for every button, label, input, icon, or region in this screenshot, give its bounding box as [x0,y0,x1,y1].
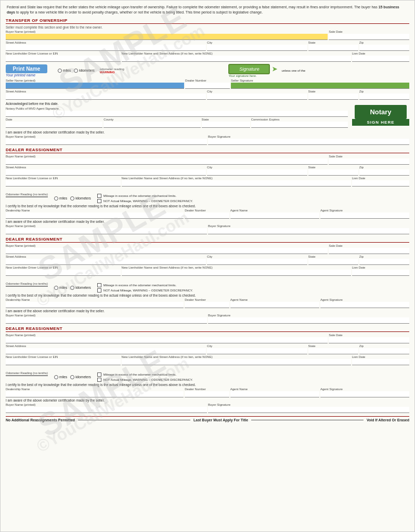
dealer2-dealership-input[interactable] [6,302,184,308]
dealer2-km-radio[interactable] [70,286,74,290]
street-address-input[interactable] [6,45,206,51]
signature-button[interactable]: Signature [228,64,270,74]
county-input[interactable] [103,122,200,128]
notary-sig-input[interactable] [6,111,348,117]
dealer2-lien-name-input[interactable] [122,270,351,276]
state-input[interactable] [308,45,358,51]
dealer2-agent-sig-input[interactable] [320,302,409,308]
dealer3-excess-checkbox[interactable] [97,373,101,377]
lienholder-dl-input[interactable] [6,56,121,62]
buyer-name2-input[interactable] [6,139,207,145]
state-label: State [308,41,358,44]
dealer1-notactual-checkbox[interactable] [97,199,101,203]
dealer3-lien-name-input[interactable] [122,359,351,365]
zip-input[interactable] [359,45,409,51]
dealer1-km-radio[interactable] [70,196,74,201]
notary-date-input[interactable] [6,122,102,128]
dealer2-city-input[interactable] [207,259,307,265]
dealer2-notactual-checkbox[interactable] [97,288,101,292]
buyer-sig-row: Buyer Name (printed) Buyer Signature [6,135,409,145]
dealer3-lien-date-input[interactable] [352,359,409,365]
address-row-1: Street Address City State Zip [6,41,409,51]
dealer3-buyer-input[interactable] [6,337,328,343]
dealer1-odo-label: Odometer Reading (no tenths) [6,193,48,196]
street2-input[interactable] [6,94,206,100]
dealer2-dealer-num-input[interactable] [185,302,229,308]
dealer3-state-input[interactable] [308,348,358,354]
dealer3-dealership-label: Dealership Name [6,388,184,391]
lien-date-input[interactable] [352,56,409,62]
dealer3-city-input[interactable] [207,348,307,354]
km-radio[interactable] [74,69,78,73]
dealer1-buyer-input[interactable] [6,158,328,165]
dealer2-lien-date-input[interactable] [352,270,409,276]
buyer-sig-input[interactable] [208,139,409,145]
dealer1-lien-row: New Lienholder Driver License or EIN New… [6,177,409,187]
dealer3-dealership-input[interactable] [6,391,184,397]
dealer3-buyer2-input[interactable] [6,407,207,413]
dealer3-zip-input[interactable] [359,348,409,354]
dealer1-buyer2-input[interactable] [6,228,207,234]
lienholder-name-input[interactable] [122,56,351,62]
dealer1-sale-date-input[interactable] [329,158,409,165]
dealer1-miles-radio[interactable] [54,196,58,201]
zip2-input[interactable] [359,94,409,100]
dealer2-zip-input[interactable] [359,259,409,265]
dealer2-notactual-text: NOT Actual Mileage, WARNING – ODOMETER D… [103,289,193,292]
dealer2-buyer2-input[interactable] [6,317,207,324]
dealer1-buyer-sig-input[interactable] [208,228,409,234]
dealer2-odo-input[interactable] [6,286,48,287]
dealer2-street-input[interactable] [6,259,206,265]
dealer2-city-label: City [207,255,307,258]
dealer3-notactual-checkbox[interactable] [97,378,101,382]
dealer1-zip-input[interactable] [359,169,409,176]
buyer-name-input[interactable] [6,34,328,40]
dealer3-buyer-sig-row: Buyer Name (printed) Buyer Signature [6,403,409,413]
dealer3-sale-date-input[interactable] [329,337,409,343]
dealer2-sale-date-input[interactable] [329,248,409,254]
dealer3-agent-sig-input[interactable] [320,391,409,397]
dealer3-buyer-sig-input[interactable] [208,407,409,413]
city2-input[interactable] [207,94,307,100]
seller-sig-input[interactable] [231,83,409,89]
dealer2-buyer-input[interactable] [6,248,328,254]
dealer1-dealer-num-input[interactable] [185,212,229,219]
miles-radio[interactable] [58,69,62,73]
state2-input[interactable] [308,94,358,100]
dealer1-odo-input[interactable] [6,196,48,197]
dealer-number-input[interactable] [185,83,230,89]
dealer2-excess-checkbox[interactable] [97,283,101,287]
commission-input[interactable] [251,122,348,128]
dealer1-lien-name-input[interactable] [122,180,351,187]
dealer3-lien-dl-input[interactable] [6,359,121,365]
dealer1-street-input[interactable] [6,169,206,176]
seller-name-input[interactable] [6,83,184,89]
dealer3-dealership-row: Dealership Name Dealer Number Agent Name… [6,388,409,397]
city-input[interactable] [207,45,307,51]
dealer1-state-input[interactable] [308,169,358,176]
dealer1-excess-checkbox[interactable] [97,194,101,198]
dealer1-agent-sig-input[interactable] [320,212,409,219]
sale-date-input[interactable] [329,34,409,40]
dealer2-buyer-sig-input[interactable] [208,317,409,324]
buyer-name-row: Buyer Name (printed) Sale Date [6,30,409,40]
dealer2-agent-name-input[interactable] [230,302,319,308]
state3-input[interactable] [202,122,250,128]
dealer1-agent-name-input[interactable] [230,212,319,219]
dealer2-lien-dl-input[interactable] [6,270,121,276]
dealer3-agent-name-input[interactable] [230,391,319,397]
dealer2-miles-radio[interactable] [54,286,58,290]
dealer1-dealership-input[interactable] [6,212,184,219]
dealer1-city-input[interactable] [207,169,307,176]
dealer1-lien-date-input[interactable] [352,180,409,187]
dealer1-lien-dl-input[interactable] [6,180,121,187]
dealer3-dealer-num-input[interactable] [185,391,229,397]
dealer3-street-input[interactable] [6,348,206,354]
dealer3-miles-radio[interactable] [54,375,58,379]
dealer1-zip-label: Zip [359,166,409,169]
dealer3-odo-input[interactable] [6,375,48,376]
dealer3-notactual-text: NOT Actual Mileage, WARNING – ODOMETER D… [103,378,193,381]
dealer3-km-radio[interactable] [70,375,74,379]
dealer2-state-input[interactable] [308,259,358,265]
print-name-button[interactable]: Print Name [6,64,47,73]
